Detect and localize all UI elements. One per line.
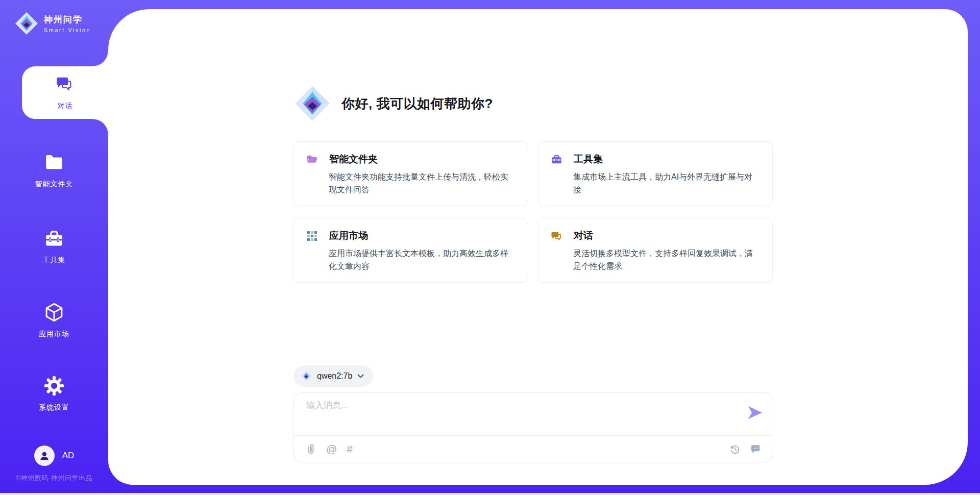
sidebar-item-label: 工具集 [43,256,66,265]
chevron-down-icon [357,374,364,379]
toolbox-icon [43,228,65,249]
model-name: qwen2:7b [317,372,352,381]
user-profile[interactable]: AD [0,445,108,466]
gear-icon [43,375,65,397]
chat-square-icon [750,443,762,455]
sidebar-item-app-market[interactable]: 应用市场 [0,302,108,339]
card-description: 灵活切换多模型文件，支持多样回复效果调试，满足个性化需求 [573,247,760,273]
cube-icon [43,302,65,323]
folder-open-icon [306,154,318,165]
composer-area: qwen2:7b [293,365,773,462]
greeting-block: 你好, 我可以如何帮助你? [293,85,493,122]
sidebar-item-chat[interactable]: 对话 [22,75,108,111]
model-selector[interactable]: qwen2:7b [293,365,373,387]
sidebar: 神州问学 Smart Vision 对话 智能文件夹 工具集 应用市场 系统设置 [0,0,108,493]
sidebar-item-smart-folder[interactable]: 智能文件夹 [0,152,108,189]
greeting-title: 你好, 我可以如何帮助你? [341,95,493,113]
person-icon [38,450,51,462]
sidebar-item-toolset[interactable]: 工具集 [0,228,108,265]
avatar [34,445,55,466]
card-toolset[interactable]: 工具集 集成市场上主流工具，助力AI与外界无缝扩展与对接 [538,141,773,206]
paperclip-icon [305,443,316,455]
feature-cards: 智能文件夹 智能文件夹功能支持批量文件上传与清洗，轻松实现文件问答 工具集 集成… [293,141,773,283]
card-smart-folder[interactable]: 智能文件夹 智能文件夹功能支持批量文件上传与清洗，轻松实现文件问答 [293,141,528,206]
tab-fillet-bottom [93,119,108,134]
brand-name-en: Smart Vision [44,27,91,33]
send-button[interactable] [746,404,764,422]
main-content: 你好, 我可以如何帮助你? 智能文件夹 智能文件夹功能支持批量文件上传与清洗，轻… [293,9,773,485]
briefcase-icon [551,154,562,165]
mention-button[interactable]: @ [326,443,337,455]
message-row [294,393,773,436]
chat-bubbles-icon [55,75,76,95]
message-input-card: @ # [293,392,773,462]
brand: 神州问学 Smart Vision [14,11,91,36]
grid-icon [306,230,318,242]
brand-name-cn: 神州问学 [44,14,91,26]
card-title: 智能文件夹 [329,153,378,166]
conversations-button[interactable] [750,443,762,455]
card-app-market[interactable]: 应用市场 应用市场提供丰富长文本模板，助力高效生成多样化文章内容 [293,218,528,283]
model-logo-icon [301,370,312,382]
app-root: 神州问学 Smart Vision 对话 智能文件夹 工具集 应用市场 系统设置 [0,0,980,493]
copyright-footer: ©神州数码·神州问学出品 [0,474,108,483]
tab-fillet-top [93,51,108,66]
sidebar-item-label: 应用市场 [39,330,69,339]
sidebar-item-label: 对话 [58,102,73,111]
topic-button[interactable]: # [347,443,353,455]
message-input[interactable] [294,393,718,435]
composer-toolbar: @ # [294,436,773,462]
history-button[interactable] [729,443,741,455]
card-title: 对话 [574,229,593,242]
card-title: 工具集 [574,153,603,166]
card-description: 应用市场提供丰富长文本模板，助力高效生成多样化文章内容 [329,247,516,273]
chat-bubbles-icon [551,230,562,242]
app-logo-icon [293,85,331,122]
attach-file-button[interactable] [305,443,316,455]
card-title: 应用市场 [329,229,368,242]
sidebar-item-label: 系统设置 [39,403,69,412]
card-description: 集成市场上主流工具，助力AI与外界无缝扩展与对接 [573,170,760,196]
history-clock-icon [729,443,741,455]
main-panel: 你好, 我可以如何帮助你? 智能文件夹 智能文件夹功能支持批量文件上传与清洗，轻… [108,9,968,485]
user-initials: AD [62,451,75,461]
send-icon [747,404,764,421]
folder-icon [43,152,65,173]
card-description: 智能文件夹功能支持批量文件上传与清洗，轻松实现文件问答 [329,170,516,196]
sidebar-item-settings[interactable]: 系统设置 [0,375,108,412]
brand-logo-icon [14,11,39,36]
sidebar-item-label: 智能文件夹 [35,180,74,189]
card-chat[interactable]: 对话 灵活切换多模型文件，支持多样回复效果调试，满足个性化需求 [538,218,773,283]
